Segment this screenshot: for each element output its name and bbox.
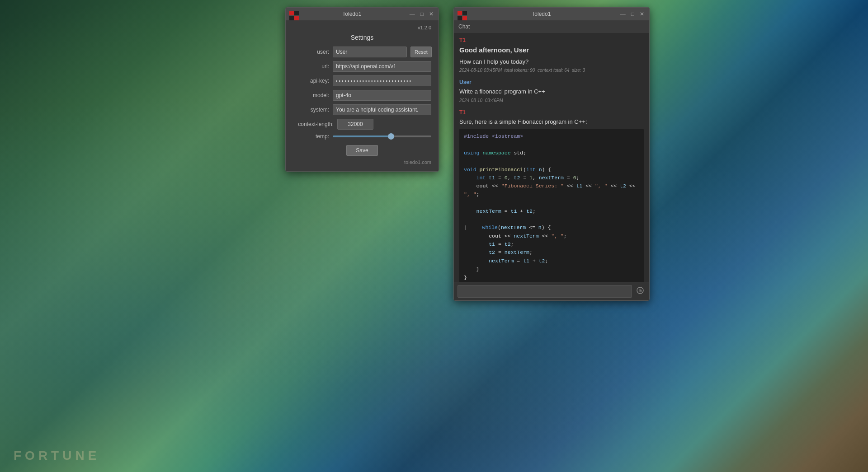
- chat-label: Chat: [458, 23, 470, 30]
- message-greeting-sub: How can I help you today?: [459, 57, 644, 66]
- context-length-label: context-length:: [293, 121, 334, 127]
- message-greeting-title: Good afternoon, User: [459, 45, 644, 56]
- sender-user: User: [459, 79, 644, 85]
- chat-logo: [458, 11, 464, 17]
- settings-content: v1.2.0 Settings user: Reset url: api-key…: [286, 20, 439, 171]
- temp-slider[interactable]: [333, 136, 431, 137]
- message-meta-2: 2024-08-10 03:46PM: [459, 98, 644, 103]
- temp-label: temp:: [293, 133, 329, 140]
- url-row: url:: [293, 61, 431, 72]
- send-button[interactable]: ⊕: [635, 286, 646, 297]
- user-row: user: Reset: [293, 47, 431, 57]
- send-icon: ⊕: [637, 287, 644, 294]
- settings-minimize-button[interactable]: —: [408, 11, 416, 17]
- chat-logo-sq2: [462, 11, 467, 15]
- watermark-text: FORTUNE: [14, 449, 100, 463]
- settings-maximize-button[interactable]: □: [419, 11, 425, 17]
- chat-window: Toledo1 — □ ✕ Chat T1 Good afternoon, Us…: [453, 7, 650, 301]
- chat-input[interactable]: [458, 285, 632, 298]
- chat-messages-area[interactable]: T1 Good afternoon, User How can I help y…: [454, 33, 649, 282]
- chat-logo-sq4: [462, 16, 467, 20]
- settings-section-title: Settings: [293, 34, 431, 41]
- settings-titlebar: Toledo1 — □ ✕: [286, 8, 439, 20]
- sender-t1-1: T1: [459, 37, 644, 43]
- message-user-text: Write a fibonacci program in C++: [459, 87, 644, 96]
- footer-link: toledo1.com: [293, 159, 431, 165]
- api-key-label: api-key:: [293, 78, 329, 84]
- chat-maximize-button[interactable]: □: [630, 11, 636, 17]
- svg-text:⊕: ⊕: [638, 288, 642, 293]
- context-length-input[interactable]: [337, 119, 373, 130]
- url-label: url:: [293, 63, 329, 70]
- logo-sq3: [289, 16, 294, 20]
- message-block-1: T1 Good afternoon, User How can I help y…: [459, 37, 644, 73]
- user-label: user:: [293, 49, 329, 55]
- message-block-3: T1 Sure, here is a simple Fibonacci prog…: [459, 109, 644, 282]
- logo-sq1: [289, 11, 294, 15]
- settings-window: Toledo1 — □ ✕ v1.2.0 Settings user: Rese…: [285, 7, 439, 172]
- save-row: Save: [293, 145, 431, 156]
- system-label: system:: [293, 107, 329, 113]
- system-row: system:: [293, 104, 431, 115]
- chat-close-button[interactable]: ✕: [638, 11, 646, 17]
- chat-minimize-button[interactable]: —: [619, 11, 627, 17]
- settings-window-title: Toledo1: [342, 11, 361, 17]
- version-badge: v1.2.0: [293, 25, 431, 30]
- model-label: model:: [293, 92, 329, 98]
- chat-window-controls: — □ ✕: [619, 11, 646, 17]
- chat-titlebar: Toledo1 — □ ✕: [454, 8, 649, 20]
- chat-window-title: Toledo1: [532, 11, 551, 17]
- settings-logo: [289, 11, 296, 17]
- code-block: #include <iostream> using namespace std;…: [459, 129, 644, 282]
- reset-button[interactable]: Reset: [410, 47, 432, 57]
- chat-logo-sq1: [458, 11, 462, 15]
- temp-row: temp:: [293, 133, 431, 140]
- context-length-row: context-length:: [293, 119, 431, 130]
- model-row: model:: [293, 90, 431, 101]
- api-key-row: api-key:: [293, 75, 431, 86]
- logo-sq2: [294, 11, 299, 15]
- chat-header: Chat: [454, 20, 649, 33]
- sender-t1-2: T1: [459, 109, 644, 116]
- model-input[interactable]: [333, 90, 431, 101]
- chat-input-area: ⊕: [454, 282, 649, 300]
- url-input[interactable]: [333, 61, 431, 72]
- logo-sq4: [294, 16, 299, 20]
- message-block-2: User Write a fibonacci program in C++ 20…: [459, 79, 644, 103]
- save-button[interactable]: Save: [346, 145, 377, 156]
- settings-close-button[interactable]: ✕: [428, 11, 435, 17]
- chat-logo-sq3: [458, 16, 462, 20]
- api-key-input[interactable]: [333, 75, 431, 86]
- message-meta-1: 2024-08-10 03:45PM total tokens: 90 cont…: [459, 68, 644, 73]
- user-input[interactable]: [333, 47, 407, 57]
- settings-window-controls: — □ ✕: [408, 11, 435, 17]
- message-t1-response: Sure, here is a simple Fibonacci program…: [459, 117, 644, 126]
- system-input[interactable]: [333, 104, 431, 115]
